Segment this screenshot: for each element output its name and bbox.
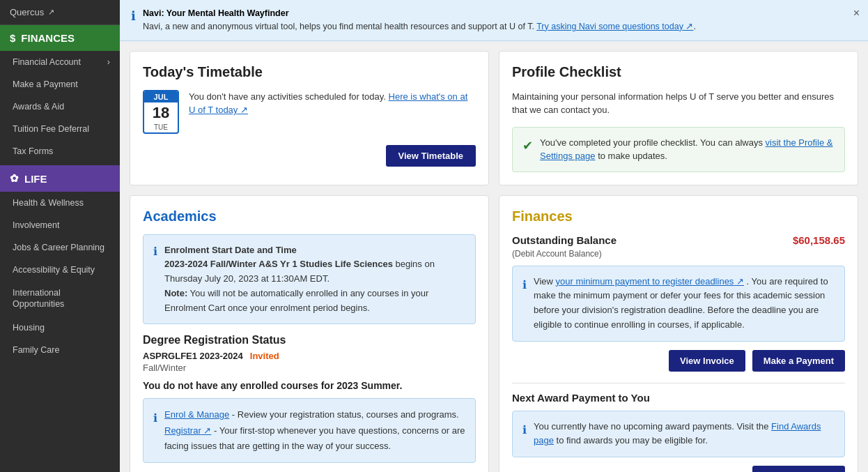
sidebar-nav-awards-aid[interactable]: Awards & Aid: [0, 96, 120, 118]
sidebar-item-health-wellness[interactable]: Health & Wellness: [0, 192, 120, 214]
enrol-manage-box: ℹ Enrol & Manage - Review your registrat…: [143, 398, 476, 462]
enrolment-info-box: ℹ Enrolment Start Date and Time 2023-202…: [143, 234, 476, 325]
deg-code: ASPRGLFE1 2023-2024: [143, 351, 243, 361]
enrolment-info-content: Enrolment Start Date and Time 2023-2024 …: [164, 243, 465, 316]
sidebar-nav-financial-account[interactable]: Financial Account ›: [0, 51, 120, 73]
banner-text: Navi: Your Mental Health Wayfinder Navi,…: [143, 7, 696, 33]
award-info-text: You currently have no upcoming award pay…: [534, 420, 835, 449]
sidebar-quercus[interactable]: Quercus ↗: [0, 0, 120, 25]
academics-card: Academics ℹ Enrolment Start Date and Tim…: [130, 195, 489, 473]
deg-reg-title: Degree Registration Status: [143, 334, 476, 347]
sidebar-item-involvement[interactable]: Involvement: [0, 214, 120, 236]
info-icon-enrol: ℹ: [153, 409, 157, 427]
academics-title: Academics: [143, 208, 476, 224]
finances-title: Finances: [512, 208, 845, 224]
sidebar-nav-tax-forms[interactable]: Tax Forms: [0, 140, 120, 162]
leaf-icon: ✿: [10, 172, 19, 185]
content-grid: Today's Timetable JUL 18 TUE You don't h…: [120, 41, 868, 473]
profile-desc: Maintaining your personal information he…: [512, 90, 845, 117]
view-timetable-button[interactable]: View Timetable: [386, 145, 476, 167]
main-content: ℹ Navi: Your Mental Health Wayfinder Nav…: [120, 0, 868, 472]
enrol-manage-link[interactable]: Enrol & Manage: [164, 409, 229, 420]
sidebar-nav-make-payment[interactable]: Make a Payment: [0, 73, 120, 96]
profile-title: Profile Checklist: [512, 64, 845, 80]
sidebar-item-international[interactable]: International Opportunities: [0, 281, 120, 317]
timetable-desc: You don't have any activities scheduled …: [189, 90, 476, 117]
close-icon[interactable]: ×: [853, 7, 860, 20]
cal-dow: TUE: [154, 123, 168, 132]
balance-sub: (Debit Account Balance): [512, 249, 845, 259]
sidebar-item-housing[interactable]: Housing: [0, 317, 120, 339]
award-info-box: ℹ You currently have no upcoming award p…: [512, 411, 845, 458]
banner-title: Navi: Your Mental Health Wayfinder: [143, 8, 289, 18]
view-invoice-button[interactable]: View Invoice: [669, 350, 745, 372]
cal-day: 18: [147, 102, 175, 123]
deg-term: Fall/Winter: [143, 363, 476, 373]
award-btn-row: View My Awards: [512, 466, 845, 472]
sidebar-nav-tuition-deferral[interactable]: Tuition Fee Deferral: [0, 118, 120, 140]
min-payment-link[interactable]: your minimum payment to register deadlin…: [556, 276, 744, 287]
award-title: Next Award Payment to You: [512, 392, 845, 404]
info-icon-award: ℹ: [522, 421, 527, 439]
timetable-title: Today's Timetable: [143, 64, 476, 80]
sidebar-item-accessibility[interactable]: Accessibility & Equity: [0, 259, 120, 281]
sidebar-item-family-care[interactable]: Family Care: [0, 339, 120, 361]
fin-button-row: View Invoice Make a Payment: [512, 350, 845, 372]
sidebar-life-section: ✿ LIFE: [0, 165, 120, 192]
finances-card: Finances Outstanding Balance $60,158.65 …: [499, 195, 858, 473]
chevron-right-icon: ›: [107, 57, 110, 67]
min-payment-info-box: ℹ View your minimum payment to register …: [512, 266, 845, 342]
info-icon: ℹ: [131, 8, 136, 24]
info-icon-academics: ℹ: [153, 245, 157, 258]
info-icon-finances: ℹ: [522, 276, 527, 294]
navi-banner: ℹ Navi: Your Mental Health Wayfinder Nav…: [120, 0, 868, 41]
timetable-inner: JUL 18 TUE You don't have any activities…: [143, 90, 476, 134]
registrar-link[interactable]: Registrar ↗: [164, 425, 211, 436]
external-link-icon: ↗: [48, 8, 54, 17]
quercus-label: Quercus: [10, 7, 44, 17]
profile-checklist-card: Profile Checklist Maintaining your perso…: [499, 51, 858, 185]
profile-success-box: ✔ You've completed your profile checklis…: [512, 127, 845, 172]
sidebar: Quercus ↗ $ FINANCES Financial Account ›…: [0, 0, 120, 472]
profile-success-text: You've completed your profile checklist.…: [540, 136, 835, 163]
timetable-card: Today's Timetable JUL 18 TUE You don't h…: [130, 51, 489, 185]
enrol-links: Enrol & Manage - Review your registratio…: [164, 407, 465, 453]
fin-info-text: View your minimum payment to register de…: [534, 275, 835, 333]
balance-row: Outstanding Balance $60,158.65: [512, 234, 845, 246]
make-payment-button[interactable]: Make a Payment: [752, 350, 845, 372]
sidebar-item-jobs-career[interactable]: Jobs & Career Planning: [0, 236, 120, 259]
sidebar-finances-section: $ FINANCES: [0, 25, 120, 51]
deg-reg-row: ASPRGLFE1 2023-2024 Invited: [143, 351, 476, 361]
check-icon: ✔: [522, 137, 533, 155]
dollar-icon: $: [10, 32, 15, 44]
balance-value: $60,158.65: [793, 234, 845, 246]
section-divider: [512, 383, 845, 383]
view-awards-button[interactable]: View My Awards: [752, 466, 845, 472]
deg-status-badge: Invited: [250, 351, 279, 361]
calendar-badge: JUL 18 TUE: [143, 90, 179, 134]
cal-month: JUL: [144, 91, 178, 102]
no-courses-text: You do not have any enrolled courses for…: [143, 380, 476, 391]
balance-label: Outstanding Balance: [512, 234, 617, 246]
banner-link[interactable]: Try asking Navi some questions today ↗: [536, 22, 693, 31]
